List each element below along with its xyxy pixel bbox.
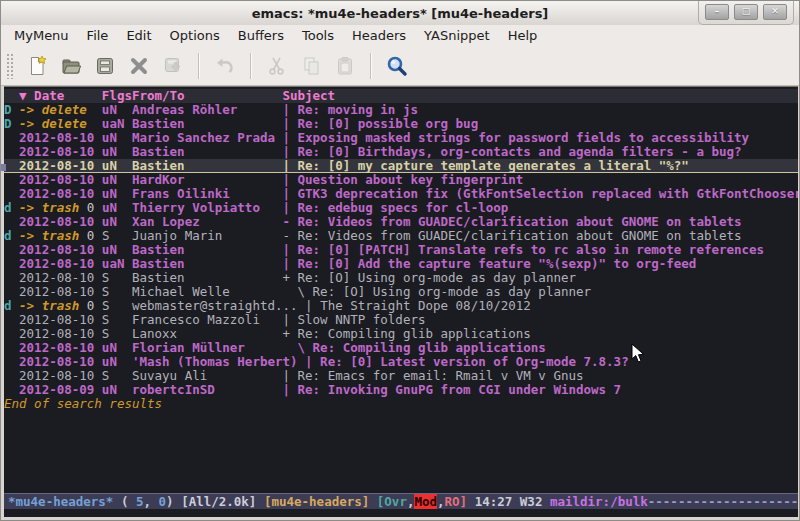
flags: uN: [102, 383, 132, 397]
title-bar[interactable]: emacs: *mu4e-headers* [mu4e-headers] –□✕: [1, 1, 799, 26]
date: 2012-08-10: [19, 271, 102, 285]
from: Michael Welle: [132, 285, 283, 299]
subject: | GTK3 deprecation fix (GtkFontSelection…: [282, 187, 798, 201]
date: 2012-08-10: [19, 369, 102, 383]
message-row[interactable]: 2012-08-10 S Lanoxx + Re: Compiling glib…: [4, 327, 798, 341]
subject: - Re: Videos from GUADEC/clarification a…: [282, 215, 741, 229]
from: 'Mash (Thomas Herbert): [132, 355, 305, 369]
close-button[interactable]: ✕: [763, 4, 787, 20]
menu-file[interactable]: File: [78, 27, 118, 44]
subject: + Re: [O] Using org-mode as day planner: [282, 271, 576, 285]
message-row[interactable]: 2012-08-10 S Francesco Mazzoli | Slow NN…: [4, 313, 798, 327]
flags: uN: [102, 355, 132, 369]
subject: | Re: edebug specs for cl-loop: [283, 201, 509, 215]
flags: S: [102, 229, 132, 243]
message-row[interactable]: 2012-08-10 uaN Bastien | Re: [0] Add the…: [4, 257, 798, 271]
date: 2012-08-10: [19, 257, 102, 271]
close-icon: [127, 54, 151, 78]
from: Bastien: [132, 145, 283, 159]
from: Florian Müllner: [132, 341, 283, 355]
message-row[interactable]: 2012-08-09 uN robertcInSD | Re: Invoking…: [4, 383, 798, 397]
close-button[interactable]: [123, 50, 155, 82]
subject: | Re: moving in js: [282, 103, 417, 117]
date: 2012-08-10: [19, 187, 102, 201]
message-row[interactable]: 2012-08-10 uN Bastien | Re: [0] Birthday…: [4, 145, 798, 159]
flags: uaN: [102, 117, 132, 131]
new-file-button[interactable]: [21, 50, 53, 82]
flags: uN: [102, 173, 132, 187]
headers-column-header[interactable]: ▼ Date FlgsFrom/To Subject: [4, 89, 798, 103]
flags: uN: [102, 159, 132, 173]
message-row[interactable]: d -> trash 0 uN Thierry Volpiatto | Re: …: [4, 201, 798, 215]
message-row[interactable]: 2012-08-10 uN Xan Lopez - Re: Videos fro…: [4, 215, 798, 229]
paste-button: [329, 50, 361, 82]
flags: S: [102, 369, 132, 383]
from: Juanjo Marin: [132, 229, 283, 243]
toolbar-separator: [250, 53, 252, 79]
maximize-button[interactable]: □: [734, 4, 758, 20]
subject: \ Re: [O] Using org-mode as day planner: [282, 285, 591, 299]
subject: \ Re: Compiling glib applications: [282, 341, 545, 355]
menu-yasnippet[interactable]: YASnippet: [415, 27, 499, 44]
emacs-window: emacs: *mu4e-headers* [mu4e-headers] –□✕…: [0, 0, 800, 521]
from: Bastien: [132, 271, 283, 285]
message-row[interactable]: 2012-08-10 uN Frans Oilinki | GTK3 depre…: [4, 187, 798, 201]
flags: uN: [102, 215, 132, 229]
subject: | Slow NNTP folders: [282, 313, 425, 327]
menu-edit[interactable]: Edit: [117, 27, 160, 44]
save-button[interactable]: [89, 50, 121, 82]
modeline-segment: [All/2.0k]: [181, 494, 264, 509]
date: 2012-08-10: [19, 159, 102, 173]
message-row[interactable]: d -> trash 0 S webmaster@straightd... | …: [4, 299, 798, 313]
menu-mymenu[interactable]: MyMenu: [5, 27, 78, 44]
search-button[interactable]: [381, 50, 413, 82]
message-row[interactable]: 2012-08-10 uN HardKor | Question about k…: [4, 173, 798, 187]
fringe-position-marker: [1, 164, 6, 171]
menu-help[interactable]: Help: [499, 27, 547, 44]
window-controls: –□✕: [698, 1, 794, 25]
message-row[interactable]: 2012-08-10 uN Bastien | Re: [0] [PATCH] …: [4, 243, 798, 257]
subject: | Exposing masked strings for password f…: [282, 131, 749, 145]
modeline-segment: maildir:/bulk: [550, 494, 648, 509]
from: Frans Oilinki: [132, 187, 283, 201]
minimize-button[interactable]: –: [705, 4, 729, 20]
mode-line[interactable]: *mu4e-headers* ( 5, 0) [All/2.0k] [mu4e-…: [4, 493, 798, 509]
from: Bastien: [132, 243, 283, 257]
menu-tools[interactable]: Tools: [293, 27, 343, 44]
flags: S: [102, 285, 132, 299]
from: robertcInSD: [132, 383, 283, 397]
mu4e-headers-buffer: ▼ Date FlgsFrom/To Subject D -> delete u…: [4, 86, 798, 517]
message-row[interactable]: D -> delete uN Andreas Röhler | Re: movi…: [4, 103, 798, 117]
message-row[interactable]: 2012-08-10 uN Mario Sanchez Prada | Expo…: [4, 131, 798, 145]
message-row[interactable]: 2012-08-10 uN Florian Müllner \ Re: Comp…: [4, 341, 798, 355]
message-row[interactable]: d -> trash 0 S Juanjo Marin - Re: Videos…: [4, 229, 798, 243]
flags: S: [102, 299, 132, 313]
modeline-segment: ): [166, 494, 181, 509]
cut-icon: [265, 54, 289, 78]
mark-char: d: [4, 229, 19, 243]
from: Andreas Röhler: [132, 103, 283, 117]
toolbar-separator: [198, 53, 200, 79]
mark-action: -> delete: [19, 103, 87, 117]
date: 2012-08-10: [19, 355, 102, 369]
menu-headers[interactable]: Headers: [343, 27, 415, 44]
save-as-button: [157, 50, 189, 82]
menu-buffers[interactable]: Buffers: [229, 27, 293, 44]
toolbar-drag-handle[interactable]: [6, 53, 14, 79]
undo-button: [209, 50, 241, 82]
open-folder-button[interactable]: [55, 50, 87, 82]
subject: | Re: Invoking GnuPG from CGI under Wind…: [282, 383, 621, 397]
subject: | Re: [0] [PATCH] Translate refs to rc a…: [282, 243, 764, 257]
message-row[interactable]: 2012-08-10 S Michael Welle \ Re: [O] Usi…: [4, 285, 798, 299]
message-row[interactable]: 2012-08-10 S Bastien + Re: [O] Using org…: [4, 271, 798, 285]
message-row[interactable]: 2012-08-10 uN 'Mash (Thomas Herbert) | R…: [4, 355, 798, 369]
menu-options[interactable]: Options: [161, 27, 229, 44]
message-row[interactable]: D -> delete uaN Bastien | Re: [0] possib…: [4, 117, 798, 131]
window-title: emacs: *mu4e-headers* [mu4e-headers]: [252, 6, 549, 21]
message-row[interactable]: 2012-08-10 S Suvayu Ali | Re: Emacs for …: [4, 369, 798, 383]
subject: | Question about key fingerprint: [282, 173, 523, 187]
message-row[interactable]: 2012-08-10 uN Bastien | Re: [0] my captu…: [4, 159, 798, 173]
modeline-segment: Mod: [414, 494, 437, 509]
modeline-segment: *mu4e-headers*: [8, 494, 113, 509]
modeline-segment: [Ovr: [377, 494, 407, 509]
